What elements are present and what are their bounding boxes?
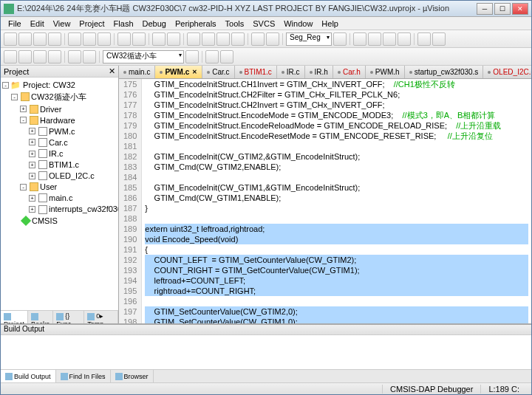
project-sidebar: Project ✕ -📁 Project: CW32-CW32循迹小车+Driv…	[1, 66, 119, 323]
output-tab[interactable]: Build Output	[1, 370, 56, 382]
output-panel: Build Output Build OutputFind In FilesBr…	[1, 323, 531, 382]
debug-button[interactable]	[353, 32, 366, 46]
manage-button[interactable]	[205, 50, 219, 63]
menu-file[interactable]: File	[4, 18, 26, 30]
copy-button[interactable]	[83, 32, 96, 46]
menu-edit[interactable]: Edit	[26, 18, 49, 30]
menu-tools[interactable]: Tools	[221, 18, 249, 30]
output-tab[interactable]: Browser	[111, 370, 154, 382]
project-tree[interactable]: -📁 Project: CW32-CW32循迹小车+Driver-Hardwar…	[1, 78, 118, 310]
status-bar: CMSIS-DAP Debugger L:189 C:	[1, 382, 531, 394]
pack-button[interactable]	[220, 50, 233, 63]
tree-node[interactable]: -CW32循迹小车	[2, 91, 117, 103]
code-lines[interactable]: GTIM_EncodeInitStruct.CH1Invert = GTIM_C…	[142, 79, 531, 323]
breakpoint-button[interactable]	[368, 32, 381, 46]
menubar: FileEditViewProjectFlashDebugPeripherals…	[1, 17, 531, 30]
bookmark-next-button[interactable]	[216, 32, 230, 46]
menu-view[interactable]: View	[49, 18, 75, 30]
filetab-Car.c[interactable]: Car.c	[202, 66, 234, 78]
sidetab[interactable]: Books	[28, 311, 53, 323]
tree-node[interactable]: +Car.c	[2, 137, 117, 148]
app-icon	[4, 4, 14, 14]
tree-node[interactable]: CMSIS	[2, 215, 117, 226]
toolbar-2: CW32循迹小车	[1, 48, 531, 66]
filetab-PWM.c[interactable]: PWM.c✕	[155, 66, 202, 78]
window-button[interactable]	[417, 32, 431, 46]
indent-button[interactable]	[251, 32, 265, 46]
tree-node[interactable]: +main.c	[2, 192, 117, 203]
filetab-startup_cw32f030.s[interactable]: startup_cw32f030.s	[405, 66, 484, 78]
status-position: L:189 C:	[480, 385, 527, 394]
undo-button[interactable]	[117, 32, 131, 46]
bp-enable-button[interactable]	[383, 32, 396, 46]
build-button[interactable]	[18, 50, 32, 63]
output-body[interactable]	[1, 335, 531, 369]
tree-node[interactable]: -📁 Project: CW32	[2, 79, 117, 91]
filetab-BTIM1.c[interactable]: BTIM1.c	[235, 66, 277, 78]
main-area: Project ✕ -📁 Project: CW32-CW32循迹小车+Driv…	[1, 66, 531, 323]
filetab-PWM.h[interactable]: PWM.h	[366, 66, 405, 78]
minimize-button[interactable]: ─	[477, 3, 493, 15]
nav-fwd-button[interactable]	[167, 32, 180, 46]
titlebar: E:\2024年\26 24年竞赛小车H题 CW32F030C\7 cw32-P…	[1, 1, 531, 17]
bp-disable-button[interactable]	[398, 32, 411, 46]
filetab-IR.h[interactable]: IR.h	[305, 66, 333, 78]
filetab-IR.c[interactable]: IR.c	[277, 66, 305, 78]
saveall-button[interactable]	[48, 32, 61, 46]
find-button[interactable]	[333, 32, 347, 46]
target-combo[interactable]: CW32循迹小车	[103, 50, 184, 63]
menu-window[interactable]: Window	[279, 18, 317, 30]
build-target-button[interactable]	[4, 50, 17, 63]
sidetab[interactable]: Project	[1, 311, 28, 323]
config-button[interactable]	[432, 32, 446, 46]
open-button[interactable]	[18, 32, 32, 46]
tree-node[interactable]: +BTIM1.c	[2, 159, 117, 170]
menu-flash[interactable]: Flash	[109, 18, 138, 30]
output-header: Build Output	[1, 325, 531, 335]
tree-node[interactable]: +interrupts_cw32f030.c	[2, 203, 117, 214]
tree-node[interactable]: +PWM.c	[2, 126, 117, 137]
stop-build-button[interactable]	[68, 50, 81, 63]
sidebar-close-icon[interactable]: ✕	[109, 66, 115, 76]
filetab-OLED_I2C.c[interactable]: OLED_I2C.c	[483, 66, 531, 78]
new-button[interactable]	[4, 32, 17, 46]
close-button[interactable]: ✕	[512, 3, 528, 15]
menu-help[interactable]: Help	[317, 18, 343, 30]
file-tabs: main.cPWM.c✕Car.cBTIM1.cIR.cIR.hCar.hPWM…	[119, 66, 531, 79]
download-button[interactable]	[83, 50, 96, 63]
toolbar-1: Seg_Reg	[1, 30, 531, 48]
save-button[interactable]	[33, 32, 47, 46]
rebuild-button[interactable]	[33, 50, 47, 63]
redo-button[interactable]	[132, 32, 146, 46]
bookmark-prev-button[interactable]	[202, 32, 215, 46]
tree-node[interactable]: +Driver	[2, 103, 117, 114]
sidebar-header: Project ✕	[1, 66, 118, 78]
tree-node[interactable]: +IR.c	[2, 148, 117, 159]
sidetab[interactable]: 0▸ Temp...	[84, 311, 118, 323]
output-tab[interactable]: Find In Files	[56, 370, 111, 382]
sidetab[interactable]: {} Func...	[53, 311, 84, 323]
bookmark-clear-button[interactable]	[231, 32, 245, 46]
menu-project[interactable]: Project	[75, 18, 109, 30]
paste-button[interactable]	[98, 32, 111, 46]
menu-debug[interactable]: Debug	[138, 18, 171, 30]
batch-build-button[interactable]	[48, 50, 61, 63]
nav-back-button[interactable]	[152, 32, 166, 46]
tree-node[interactable]: -Hardware	[2, 114, 117, 126]
menu-peripherals[interactable]: Peripherals	[171, 18, 221, 30]
cut-button[interactable]	[68, 32, 81, 46]
sidebar-title: Project	[4, 67, 29, 76]
tree-node[interactable]: -User	[2, 181, 117, 192]
filetab-Car.h[interactable]: Car.h	[333, 66, 366, 78]
code-editor[interactable]: 1751761771781791801811821831841851861871…	[119, 79, 531, 323]
maximize-button[interactable]: ☐	[494, 3, 511, 15]
find-combo[interactable]: Seg_Reg	[286, 32, 332, 46]
output-tabs: Build OutputFind In FilesBrowser	[1, 369, 531, 382]
bookmark-button[interactable]	[187, 32, 200, 46]
outdent-button[interactable]	[266, 32, 279, 46]
tree-node[interactable]: +OLED_I2C.c	[2, 170, 117, 181]
sidebar-tabs: ProjectBooks{} Func...0▸ Temp...	[1, 310, 118, 323]
menu-svcs[interactable]: SVCS	[248, 18, 279, 30]
options-button[interactable]	[185, 50, 199, 63]
filetab-main.c[interactable]: main.c	[119, 66, 155, 78]
